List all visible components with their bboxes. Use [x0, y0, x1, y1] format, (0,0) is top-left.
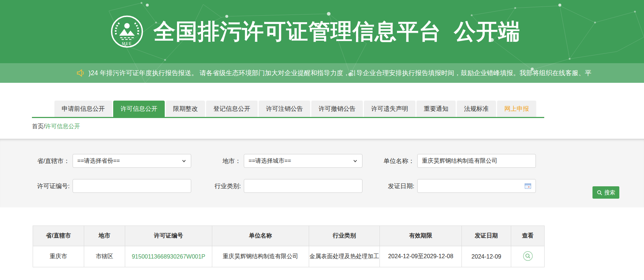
city-label: 地市：: [191, 157, 244, 165]
tab-permit-cancellation-notice[interactable]: 许可注销公告: [259, 101, 310, 117]
speaker-icon: [77, 69, 85, 77]
table-header-row: 省/直辖市 地市 许可证编号 单位名称 行业类别 有效期限 发证日期 查看: [33, 226, 545, 246]
col-header-view: 查看: [511, 226, 545, 246]
cell-city: 市辖区: [84, 246, 125, 267]
cell-issue-date: 2024-12-09: [462, 246, 511, 267]
col-header-issue-date: 发证日期: [462, 226, 511, 246]
col-header-industry: 行业类别: [309, 226, 380, 246]
issue-date-field[interactable]: [417, 179, 536, 193]
search-icon: [597, 190, 602, 195]
announcement-text: )24 年排污许可证年度执行报告报送。 请各省级生态环境部门加大对企业提醒和指导…: [89, 69, 591, 77]
tab-important-notices[interactable]: 重要通知: [417, 101, 456, 117]
tab-regulations-standards[interactable]: 法规标准: [457, 101, 496, 117]
permit-number-label: 许可证编号:: [32, 182, 73, 190]
company-name-label: 单位名称：: [362, 157, 417, 165]
industry-input[interactable]: [244, 179, 362, 193]
cell-validity-period: 2024-12-09至2029-12-08: [380, 246, 462, 267]
main-nav: 申请前信息公开 许可信息公开 限期整改 登记信息公开 许可注销公告 许可撤销公告…: [0, 83, 644, 118]
col-header-permit-number: 许可证编号: [125, 226, 212, 246]
header-banner: MEE 全国排污许可证管理信息平台 公开端: [0, 0, 644, 63]
city-select[interactable]: ==请选择城市==: [244, 154, 362, 168]
permit-number-input[interactable]: [73, 179, 191, 193]
view-magnifier-icon: [523, 251, 533, 261]
breadcrumb: 首页/许可信息公开: [32, 123, 612, 130]
announcement-bar: )24 年排污许可证年度执行报告报送。 请各省级生态环境部门加大对企业提醒和指导…: [0, 63, 644, 83]
industry-label: 行业类别:: [191, 182, 244, 190]
tabs-row: 申请前信息公开 许可信息公开 限期整改 登记信息公开 许可注销公告 许可撤销公告…: [32, 101, 544, 117]
cell-province: 重庆市: [33, 246, 84, 267]
tab-permit-info-disclosure[interactable]: 许可信息公开: [113, 101, 165, 117]
tab-permit-loss-statement[interactable]: 许可遗失声明: [364, 101, 415, 117]
search-row-1: 省/直辖市： ==请选择省份== 地市： ==请选择城市== 单位名称：: [32, 154, 644, 168]
tab-pre-application-disclosure[interactable]: 申请前信息公开: [54, 101, 112, 117]
tabs-wrap: 申请前信息公开 许可信息公开 限期整改 登记信息公开 许可注销公告 许可撤销公告…: [32, 101, 544, 118]
permit-number-link[interactable]: 91500113668930267W001P: [132, 253, 205, 260]
col-header-validity-period: 有效期限: [380, 226, 462, 246]
tab-permit-revocation-notice[interactable]: 许可撤销公告: [311, 101, 363, 117]
search-row-2: 许可证编号: 行业类别: 发证日期:: [32, 179, 644, 193]
cell-company-name: 重庆昊辉钢结构制造有限公司: [212, 246, 309, 267]
search-button[interactable]: 搜索: [592, 186, 619, 199]
col-header-city: 地市: [84, 226, 125, 246]
province-select[interactable]: ==请选择省份==: [73, 154, 191, 168]
page: MEE 全国排污许可证管理信息平台 公开端 )24 年排污许可证年度执行报告报送…: [0, 0, 644, 280]
table-row: 重庆市 市辖区 91500113668930267W001P 重庆昊辉钢结构制造…: [33, 246, 545, 267]
search-button-label: 搜索: [604, 189, 615, 196]
company-name-input[interactable]: [417, 154, 536, 168]
breadcrumb-home[interactable]: 首页: [32, 123, 44, 129]
province-select-value: ==请选择省份==: [77, 157, 120, 165]
issue-date-input[interactable]: [422, 179, 525, 192]
mee-logo: MEE: [110, 15, 144, 49]
site-header: MEE 全国排污许可证管理信息平台 公开端 )24 年排污许可证年度执行报告报送…: [0, 0, 644, 83]
col-header-province: 省/直辖市: [33, 226, 84, 246]
tab-deadline-rectification[interactable]: 限期整改: [166, 101, 205, 117]
view-details-button[interactable]: [523, 251, 533, 261]
breadcrumb-current: 许可信息公开: [45, 123, 80, 129]
search-panel: 省/直辖市： ==请选择省份== 地市： ==请选择城市== 单位名称： 许可证…: [0, 139, 644, 207]
mee-logo-text: MEE: [122, 42, 132, 46]
calendar-icon[interactable]: [525, 183, 531, 189]
col-header-company-name: 单位名称: [212, 226, 309, 246]
results-table: 省/直辖市 地市 许可证编号 单位名称 行业类别 有效期限 发证日期 查看 重庆…: [33, 226, 545, 267]
cell-industry: 金属表面处理及热处理加工: [309, 246, 380, 267]
chevron-down-icon: [353, 158, 358, 163]
tab-registration-info-disclosure[interactable]: 登记信息公开: [206, 101, 258, 117]
city-select-value: ==请选择城市==: [249, 157, 291, 165]
tab-online-application[interactable]: 网上申报: [497, 101, 536, 117]
chevron-down-icon: [181, 158, 186, 163]
issue-date-label: 发证日期:: [362, 182, 417, 190]
site-title: 全国排污许可证管理信息平台 公开端: [153, 17, 520, 46]
province-label: 省/直辖市：: [32, 157, 73, 165]
